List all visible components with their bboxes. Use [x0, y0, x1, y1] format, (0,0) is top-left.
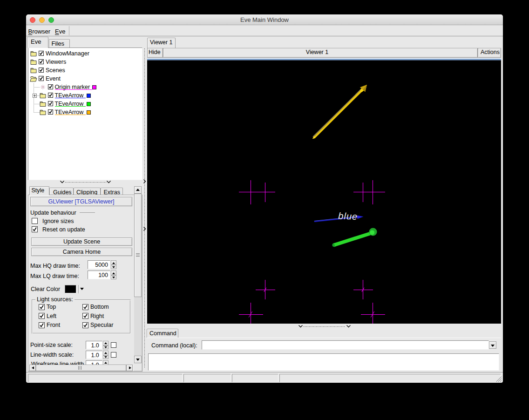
- svg-text:blue: blue: [338, 210, 358, 222]
